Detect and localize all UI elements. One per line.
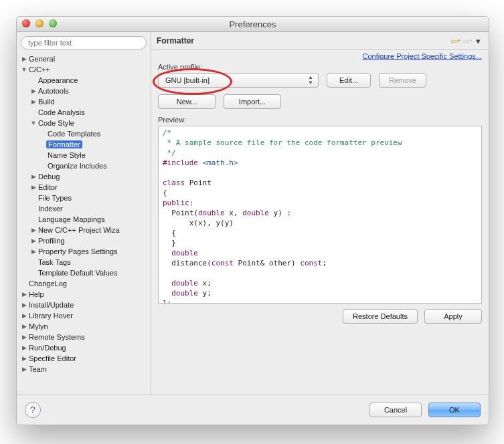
page-title: Formatter: [157, 36, 194, 45]
select-arrows-icon: ▲▼: [308, 75, 313, 86]
titlebar: Preferences: [17, 17, 489, 32]
tree-item-profiling[interactable]: ▶Profiling: [30, 235, 151, 246]
tree-item-appearance[interactable]: Appearance: [30, 75, 151, 86]
tree-item-debug[interactable]: ▶Debug: [30, 171, 151, 182]
content-header: Formatter ⇦▾ ⇨▾ ▾: [151, 32, 489, 50]
tree-item-run-debug[interactable]: ▶Run/Debug: [21, 342, 151, 353]
tree-item-remote-systems[interactable]: ▶Remote Systems: [21, 332, 151, 342]
minimize-icon[interactable]: [35, 19, 44, 27]
configure-project-link[interactable]: Configure Project Specific Settings...: [362, 52, 482, 60]
new-button[interactable]: New...: [158, 94, 216, 109]
tree-item-property-pages[interactable]: ▶Property Pages Settings: [30, 246, 151, 257]
disclosure-icon[interactable]: ▶: [21, 366, 27, 372]
restore-defaults-button[interactable]: Restore Defaults: [343, 309, 418, 324]
filter-input[interactable]: [21, 36, 147, 49]
disclosure-icon[interactable]: ▶: [21, 334, 27, 340]
tree-item-code-templates[interactable]: Code Templates: [39, 128, 151, 139]
active-profile-label: Active profile:: [158, 63, 482, 71]
import-button[interactable]: Import...: [224, 94, 281, 109]
tree-item-code-analysis[interactable]: Code Analysis: [30, 107, 151, 118]
disclosure-icon[interactable]: ▶: [30, 184, 37, 191]
cancel-button[interactable]: Cancel: [369, 403, 422, 417]
footer: ? Cancel OK: [17, 395, 489, 425]
window-title: Preferences: [229, 19, 276, 29]
disclosure-icon[interactable]: ▶: [21, 56, 27, 62]
disclosure-icon[interactable]: ▼: [21, 66, 27, 73]
zoom-icon[interactable]: [49, 19, 57, 27]
edit-button[interactable]: Edit...: [327, 73, 371, 88]
tree-item-library-hover[interactable]: ▶Library Hover: [21, 310, 151, 321]
help-icon[interactable]: ?: [25, 402, 41, 418]
tree-item-specfile-editor[interactable]: ▶Specfile Editor: [21, 353, 151, 364]
tree-item-ccpp[interactable]: ▼C/C++: [21, 64, 151, 75]
tree-item-file-types[interactable]: File Types: [30, 193, 151, 203]
tree-item-formatter[interactable]: Formatter: [39, 139, 151, 150]
remove-button: Remove: [379, 73, 426, 88]
disclosure-icon[interactable]: ▶: [21, 344, 27, 351]
tree-item-general[interactable]: ▶General: [21, 53, 151, 64]
tree-item-code-style[interactable]: ▼Code Style: [30, 118, 151, 128]
disclosure-icon[interactable]: ▼: [30, 120, 37, 126]
preferences-window: Preferences ▶General ▼C/C++ Appearance ▶…: [16, 16, 489, 425]
disclosure-icon[interactable]: ▶: [21, 312, 27, 319]
tree-item-autotools[interactable]: ▶Autotools: [30, 86, 151, 96]
apply-button[interactable]: Apply: [424, 309, 482, 324]
tree-item-task-tags[interactable]: Task Tags: [30, 257, 151, 267]
disclosure-icon[interactable]: ▶: [30, 98, 37, 105]
tree-item-help[interactable]: ▶Help: [21, 289, 151, 300]
disclosure-icon[interactable]: ▶: [30, 173, 37, 180]
active-profile-value: GNU [built-in]: [165, 76, 209, 84]
tree-item-build[interactable]: ▶Build: [30, 96, 151, 107]
disclosure-icon[interactable]: ▶: [21, 291, 27, 298]
active-profile-select[interactable]: GNU [built-in] ▲▼: [158, 73, 319, 88]
preview-label: Preview:: [158, 116, 482, 124]
tree-item-organize-includes[interactable]: Organize Includes: [39, 160, 151, 171]
tree-item-team[interactable]: ▶Team: [21, 364, 151, 374]
disclosure-icon[interactable]: ▶: [30, 248, 37, 255]
disclosure-icon[interactable]: ▶: [30, 227, 37, 233]
disclosure-icon[interactable]: ▶: [21, 355, 27, 362]
tree-item-indexer[interactable]: Indexer: [30, 203, 151, 214]
tree-item-mylyn[interactable]: ▶Mylyn: [21, 321, 151, 332]
tree-item-template-defaults[interactable]: Template Default Values: [30, 267, 151, 278]
view-menu-icon[interactable]: ▾: [473, 35, 483, 46]
tree-item-changelog[interactable]: ChangeLog: [21, 278, 151, 289]
tree-item-install-update[interactable]: ▶Install/Update: [21, 300, 151, 310]
preferences-tree[interactable]: ▶General ▼C/C++ Appearance ▶Autotools ▶B…: [17, 52, 151, 395]
disclosure-icon[interactable]: ▶: [30, 237, 37, 244]
tree-item-name-style[interactable]: Name Style: [39, 150, 151, 160]
ok-button[interactable]: OK: [428, 403, 481, 417]
disclosure-icon[interactable]: ▶: [21, 323, 27, 330]
disclosure-icon[interactable]: ▶: [21, 302, 27, 308]
preview-pane[interactable]: /* * A sample source file for the code f…: [158, 126, 482, 304]
sidebar: ▶General ▼C/C++ Appearance ▶Autotools ▶B…: [17, 32, 151, 395]
content-pane: Formatter ⇦▾ ⇨▾ ▾ Configure Project Spec…: [151, 32, 489, 395]
disclosure-icon[interactable]: ▶: [30, 88, 37, 94]
tree-item-language-mappings[interactable]: Language Mappings: [30, 214, 151, 225]
close-icon[interactable]: [22, 19, 30, 27]
tree-item-editor[interactable]: ▶Editor: [30, 182, 151, 193]
tree-item-new-project[interactable]: ▶New C/C++ Project Wiza: [30, 225, 151, 235]
